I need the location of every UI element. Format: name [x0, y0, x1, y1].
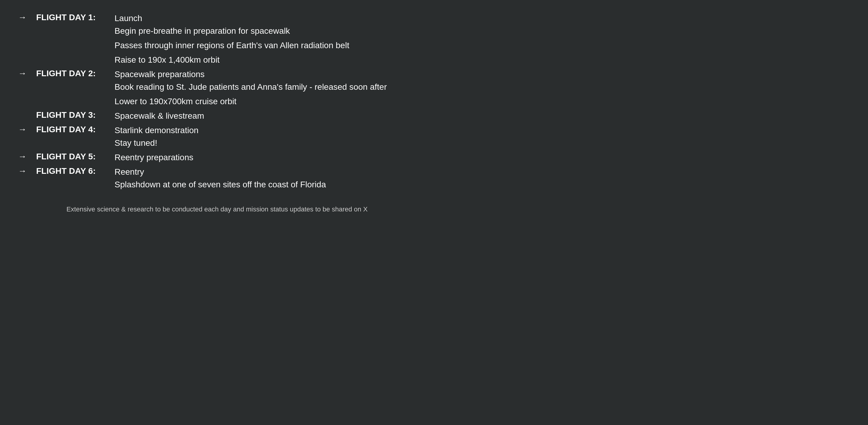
day3-label: FLIGHT DAY 3:: [36, 110, 115, 120]
flights-list: →FLIGHT DAY 1:LaunchBegin pre-breathe in…: [18, 12, 416, 191]
day6-arrow: →: [18, 166, 36, 176]
day2-label: FLIGHT DAY 2:: [36, 68, 115, 78]
day3-arrow: [18, 110, 36, 110]
day3-main: Spacewalk & livestream: [115, 110, 416, 122]
day4-sub-text-0: Stay tuned!: [115, 137, 157, 150]
day4-label: FLIGHT DAY 4:: [36, 124, 115, 134]
day6-label: FLIGHT DAY 6:: [36, 166, 115, 176]
flight-day1: →FLIGHT DAY 1:LaunchBegin pre-breathe in…: [18, 12, 416, 66]
day2-arrow: →: [18, 68, 36, 78]
flight-day2: →FLIGHT DAY 2:Spacewalk preparationsBook…: [18, 68, 416, 108]
day2-main: Spacewalk preparations: [115, 68, 416, 81]
footer-note: Extensive science & research to be condu…: [18, 205, 416, 213]
flight-day5: →FLIGHT DAY 5:Reentry preparations: [18, 151, 416, 164]
main-content: →FLIGHT DAY 1:LaunchBegin pre-breathe in…: [18, 12, 416, 213]
day5-main: Reentry preparations: [115, 151, 416, 164]
day1-sub-0: Begin pre-breathe in preparation for spa…: [18, 25, 416, 37]
day2-sub-text-0: Book reading to St. Jude patients and An…: [115, 81, 387, 93]
day6-sub-text-0: Splashdown at one of seven sites off the…: [115, 178, 326, 191]
day4-arrow: →: [18, 124, 36, 134]
day6-sub-0: Splashdown at one of seven sites off the…: [18, 178, 416, 191]
day1-sub-text-1: Passes through inner regions of Earth's …: [115, 39, 349, 52]
day5-arrow: →: [18, 151, 36, 161]
flight-day4: →FLIGHT DAY 4:Starlink demonstrationStay…: [18, 124, 416, 150]
day1-sub-1: Passes through inner regions of Earth's …: [18, 39, 416, 52]
day1-sub-text-2: Raise to 190x 1,400km orbit: [115, 54, 220, 66]
day5-label: FLIGHT DAY 5:: [36, 151, 115, 161]
day1-main: Launch: [115, 12, 416, 25]
day1-label: FLIGHT DAY 1:: [36, 12, 115, 22]
day4-sub-0: Stay tuned!: [18, 137, 416, 150]
day1-arrow: →: [18, 12, 36, 22]
day6-main: Reentry: [115, 166, 416, 178]
day1-sub-2: Raise to 190x 1,400km orbit: [18, 54, 416, 66]
flight-day3: FLIGHT DAY 3:Spacewalk & livestream: [18, 110, 416, 122]
day2-sub-1: Lower to 190x700km cruise orbit: [18, 95, 416, 108]
day4-main: Starlink demonstration: [115, 124, 416, 137]
day2-sub-text-1: Lower to 190x700km cruise orbit: [115, 95, 237, 108]
day2-sub-0: Book reading to St. Jude patients and An…: [18, 81, 416, 93]
day1-sub-text-0: Begin pre-breathe in preparation for spa…: [115, 25, 290, 37]
flight-day6: →FLIGHT DAY 6:ReentrySplashdown at one o…: [18, 166, 416, 191]
